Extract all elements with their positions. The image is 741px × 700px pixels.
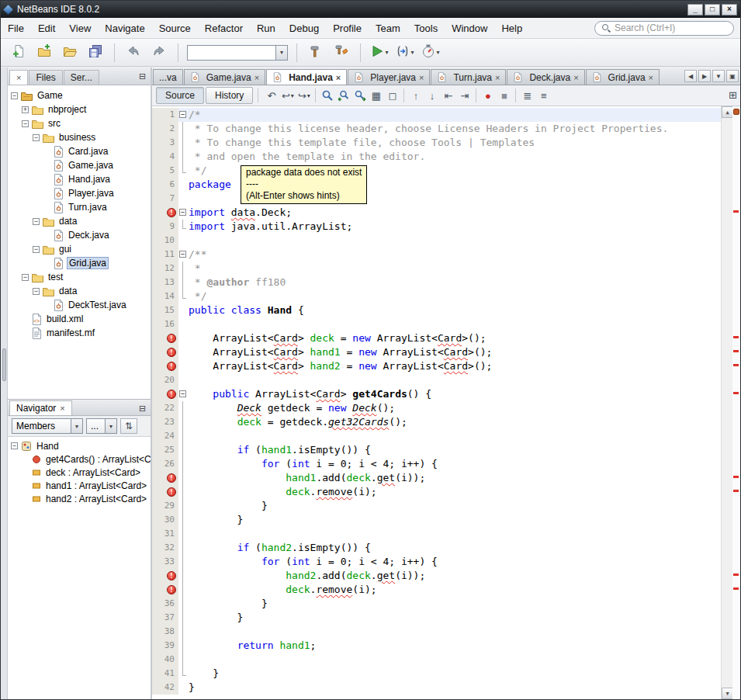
fold-collapse-icon[interactable]: − <box>179 390 186 397</box>
error-badge-icon[interactable]: ! <box>167 348 176 357</box>
open-project-button[interactable] <box>58 42 81 64</box>
fold-collapse-icon[interactable]: − <box>179 111 186 118</box>
clean-build-project-button[interactable] <box>330 42 353 64</box>
menu-debug[interactable]: Debug <box>282 19 326 37</box>
menu-view[interactable]: View <box>62 19 98 37</box>
error-badge-icon[interactable]: ! <box>167 390 176 399</box>
tree-item-turn-java[interactable]: Turn.java <box>8 200 151 214</box>
error-badge-icon[interactable]: ! <box>167 362 176 371</box>
error-badge-icon[interactable]: ! <box>167 585 176 594</box>
debug-project-button[interactable]: ▾ <box>393 42 417 64</box>
close-icon[interactable]: × <box>649 74 653 81</box>
tree-item-data[interactable]: −data <box>8 284 151 298</box>
shift-line-right-icon[interactable]: ⇥ <box>456 88 473 103</box>
expander-icon[interactable]: − <box>33 218 40 225</box>
tree-item-data[interactable]: −data <box>8 214 151 228</box>
error-stripe-mark[interactable] <box>733 587 739 590</box>
rectangular-selection-icon[interactable]: ◻ <box>384 88 400 103</box>
stop-macro-recording-icon[interactable]: ■ <box>496 88 512 103</box>
redo-button[interactable] <box>147 42 171 64</box>
undo-button[interactable] <box>122 42 145 64</box>
find-next-occurrence-icon[interactable] <box>351 88 368 103</box>
error-stripe-mark[interactable] <box>733 476 739 478</box>
expander-icon[interactable]: − <box>33 246 40 253</box>
menu-edit[interactable]: Edit <box>31 19 62 37</box>
editor-tab-deck-java[interactable]: Deck.java× <box>507 69 584 85</box>
error-stripe-mark[interactable] <box>733 490 739 492</box>
tree-item-get4cards-arraylist-card[interactable]: get4Cards() : ArrayList<Card> <box>8 452 151 466</box>
build-project-button[interactable] <box>304 42 327 64</box>
profile-project-button[interactable]: ▾ <box>419 42 442 64</box>
tree-item-game-java[interactable]: Game.java <box>8 158 151 172</box>
menu-tools[interactable]: Tools <box>407 19 445 37</box>
comment-lines-icon[interactable]: ≣ <box>519 88 535 103</box>
menu-window[interactable]: Window <box>445 19 494 37</box>
tree-item-manifest-mf[interactable]: manifest.mf <box>8 326 151 340</box>
forward-icon[interactable]: ↪▾ <box>296 88 312 103</box>
tree-item-deck-arraylist-card[interactable]: deck : ArrayList<Card> <box>8 466 151 479</box>
editor-tab-grid-java[interactable]: Grid.java× <box>586 69 660 85</box>
menu-refactor[interactable]: Refactor <box>198 19 250 37</box>
tree-item-hand[interactable]: −Hand <box>8 439 151 452</box>
members-filter-select[interactable]: Members ▾ <box>12 418 83 434</box>
close-icon[interactable]: × <box>495 74 500 81</box>
shift-line-left-icon[interactable]: ⇤ <box>440 88 456 103</box>
fold-collapse-icon[interactable]: − <box>179 251 186 258</box>
close-icon[interactable]: × <box>255 74 259 81</box>
tab-list-icon[interactable]: ▼ <box>712 70 725 82</box>
error-badge-icon[interactable]: ! <box>167 208 176 217</box>
back-icon[interactable]: ↩▾ <box>279 88 296 103</box>
configuration-select[interactable]: ▾ <box>187 45 288 61</box>
maximize-window-icon[interactable]: ▣ <box>726 70 739 82</box>
minimize-panel-icon[interactable]: ⊟ <box>137 71 148 81</box>
tree-item-card-java[interactable]: Card.java <box>8 144 151 158</box>
source-view-button[interactable]: Source <box>156 87 204 104</box>
error-badge-icon[interactable]: ! <box>167 473 176 483</box>
restore-button[interactable]: □ <box>705 4 720 16</box>
tree-item-build-xml[interactable]: <>build.xml <box>8 312 151 326</box>
expander-icon[interactable]: − <box>11 442 18 449</box>
tree-item-gui[interactable]: −gui <box>8 242 151 256</box>
quick-search-box[interactable]: Search (Ctrl+I) <box>594 21 734 36</box>
tree-item-grid-java[interactable]: Grid.java <box>8 256 151 270</box>
scroll-tabs-right-icon[interactable]: ▶ <box>698 70 711 82</box>
fold-collapse-icon[interactable]: − <box>179 209 186 216</box>
run-project-button[interactable]: ▾ <box>368 42 391 64</box>
new-project-button[interactable] <box>33 42 56 64</box>
close-icon[interactable]: × <box>16 74 21 81</box>
editor-tab-va[interactable]: ...va <box>153 69 183 85</box>
previous-bookmark-icon[interactable]: ↑ <box>407 88 424 103</box>
error-status-badge[interactable] <box>733 109 739 115</box>
tree-item-player-java[interactable]: Player.java <box>8 186 151 200</box>
minimize-panel-icon[interactable]: ⊟ <box>137 403 148 414</box>
tree-item-game[interactable]: −Game <box>8 88 151 102</box>
error-stripe-mark[interactable] <box>733 392 739 394</box>
scroll-tabs-left-icon[interactable]: ◀ <box>684 70 697 82</box>
uncomment-lines-icon[interactable]: ≡ <box>535 88 552 103</box>
error-stripe-mark[interactable] <box>733 350 739 352</box>
tree-item-decktest-java[interactable]: DeckTest.java <box>8 298 151 312</box>
editor-tab-turn-java[interactable]: Turn.java× <box>431 69 506 85</box>
filters-select[interactable]: ... ▾ <box>86 418 117 434</box>
tree-item-hand1-arraylist-card[interactable]: hand1 : ArrayList<Card> <box>8 479 151 492</box>
toggle-highlight-search-icon[interactable]: ▦ <box>368 88 384 103</box>
new-file-button[interactable] <box>7 42 30 64</box>
expander-icon[interactable]: + <box>22 106 29 113</box>
save-all-button[interactable] <box>84 42 107 64</box>
expander-icon[interactable]: − <box>22 274 29 281</box>
code-editor[interactable]: 1−/*2 * To change this license header, c… <box>152 106 740 699</box>
tree-item-test[interactable]: −test <box>8 270 151 284</box>
menu-navigate[interactable]: Navigate <box>98 19 151 37</box>
error-stripe-mark[interactable] <box>733 336 739 338</box>
tree-item-hand-java[interactable]: Hand.java <box>8 172 151 186</box>
tree-item-deck-java[interactable]: Deck.java <box>8 228 151 242</box>
panel-tab-files[interactable]: Files <box>29 70 62 85</box>
menu-team[interactable]: Team <box>369 19 407 37</box>
vertical-scrollbar[interactable]: ▲ ▼ <box>721 106 732 699</box>
close-icon[interactable]: × <box>336 74 341 81</box>
editor-tab-hand-java[interactable]: Hand.java× <box>266 69 347 85</box>
start-macro-recording-icon[interactable]: ● <box>480 88 496 103</box>
error-stripe-mark[interactable] <box>733 210 739 213</box>
split-editor-icon[interactable]: ⊞ <box>729 89 737 101</box>
error-badge-icon[interactable]: ! <box>167 571 176 580</box>
